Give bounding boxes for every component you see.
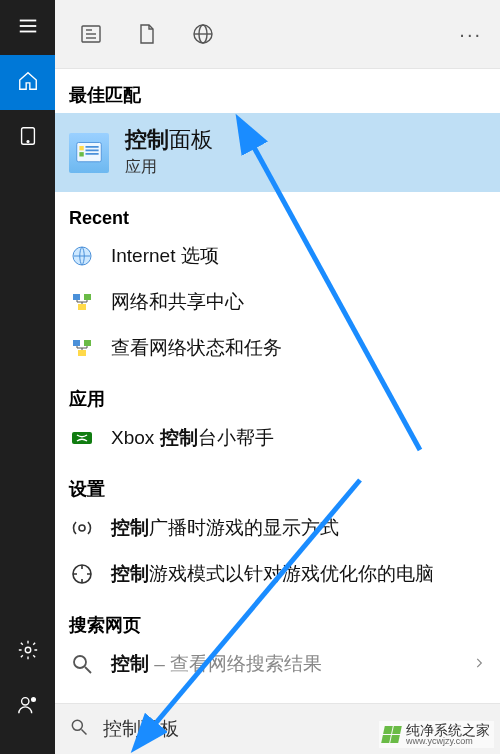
sidebar-home[interactable] bbox=[0, 55, 55, 110]
sidebar-settings[interactable] bbox=[0, 624, 55, 679]
svg-rect-25 bbox=[73, 340, 80, 346]
svg-rect-16 bbox=[79, 146, 83, 150]
section-best-match: 最佳匹配 bbox=[55, 69, 500, 113]
gear-icon bbox=[17, 639, 39, 665]
result-label: 控制游戏模式以针对游戏优化你的电脑 bbox=[111, 561, 434, 587]
internet-options-icon bbox=[69, 243, 95, 269]
best-match-result[interactable]: 控制面板 应用 bbox=[55, 113, 500, 192]
svg-rect-28 bbox=[72, 432, 92, 444]
svg-point-29 bbox=[79, 525, 85, 531]
svg-rect-19 bbox=[86, 149, 99, 151]
filter-news[interactable] bbox=[63, 6, 119, 62]
best-match-title: 控制面板 bbox=[125, 127, 213, 153]
search-panel: ··· 最佳匹配 控制面板 应用 Recent I bbox=[55, 0, 500, 754]
document-icon bbox=[135, 22, 159, 46]
watermark-url: www.ycwjzy.com bbox=[406, 737, 490, 746]
svg-point-5 bbox=[25, 647, 31, 653]
result-label: Internet 选项 bbox=[111, 243, 219, 269]
sidebar-account[interactable] bbox=[0, 679, 55, 734]
filter-web[interactable] bbox=[175, 6, 231, 62]
svg-point-4 bbox=[27, 140, 29, 142]
watermark: 纯净系统之家 www.ycwjzy.com bbox=[379, 721, 494, 748]
result-label: 控制 – 查看网络搜索结果 bbox=[111, 651, 322, 677]
svg-point-33 bbox=[72, 720, 82, 730]
result-label: 查看网络状态和任务 bbox=[111, 335, 282, 361]
svg-rect-20 bbox=[86, 153, 99, 155]
network-status-icon bbox=[69, 335, 95, 361]
person-icon bbox=[17, 694, 39, 720]
filter-tabs: ··· bbox=[55, 0, 500, 69]
recent-item[interactable]: 查看网络状态和任务 bbox=[55, 325, 500, 371]
search-icon bbox=[69, 717, 89, 741]
settings-item[interactable]: 控制广播时游戏的显示方式 bbox=[55, 505, 500, 551]
xbox-icon bbox=[69, 425, 95, 451]
tablet-icon bbox=[17, 125, 39, 151]
svg-point-6 bbox=[21, 697, 28, 704]
section-web: 搜索网页 bbox=[55, 597, 500, 641]
hamburger-icon bbox=[17, 15, 39, 41]
svg-rect-23 bbox=[84, 294, 91, 300]
svg-line-32 bbox=[85, 667, 91, 673]
svg-rect-17 bbox=[79, 152, 83, 156]
section-recent: Recent bbox=[55, 192, 500, 233]
globe-icon bbox=[191, 22, 215, 46]
game-mode-icon bbox=[69, 561, 95, 587]
svg-line-34 bbox=[82, 730, 87, 735]
result-label: 控制广播时游戏的显示方式 bbox=[111, 515, 339, 541]
app-item[interactable]: Xbox 控制台小帮手 bbox=[55, 415, 500, 461]
result-label: 网络和共享中心 bbox=[111, 289, 244, 315]
svg-point-31 bbox=[74, 656, 86, 668]
svg-point-7 bbox=[31, 697, 35, 701]
svg-rect-24 bbox=[78, 304, 86, 310]
watermark-logo-icon bbox=[381, 726, 402, 743]
filter-documents[interactable] bbox=[119, 6, 175, 62]
svg-rect-26 bbox=[84, 340, 91, 346]
section-settings: 设置 bbox=[55, 461, 500, 505]
recent-item[interactable]: Internet 选项 bbox=[55, 233, 500, 279]
watermark-name: 纯净系统之家 bbox=[406, 723, 490, 737]
section-apps: 应用 bbox=[55, 371, 500, 415]
home-icon bbox=[17, 70, 39, 96]
filter-more[interactable]: ··· bbox=[459, 23, 492, 46]
best-match-subtitle: 应用 bbox=[125, 157, 213, 178]
network-sharing-icon bbox=[69, 289, 95, 315]
svg-rect-18 bbox=[86, 146, 99, 148]
search-input-text: 控制面板 bbox=[103, 716, 179, 742]
settings-item[interactable]: 控制游戏模式以针对游戏优化你的电脑 bbox=[55, 551, 500, 597]
svg-rect-27 bbox=[78, 350, 86, 356]
svg-rect-22 bbox=[73, 294, 80, 300]
result-label: Xbox 控制台小帮手 bbox=[111, 425, 274, 451]
start-sidebar bbox=[0, 0, 55, 754]
newspaper-icon bbox=[79, 22, 103, 46]
recent-item[interactable]: 网络和共享中心 bbox=[55, 279, 500, 325]
broadcast-icon bbox=[69, 515, 95, 541]
chevron-right-icon bbox=[472, 654, 486, 675]
control-panel-icon bbox=[69, 133, 109, 173]
sidebar-tablet[interactable] bbox=[0, 110, 55, 165]
hamburger-button[interactable] bbox=[0, 0, 55, 55]
search-icon bbox=[69, 651, 95, 677]
web-item[interactable]: 控制 – 查看网络搜索结果 bbox=[55, 641, 500, 687]
